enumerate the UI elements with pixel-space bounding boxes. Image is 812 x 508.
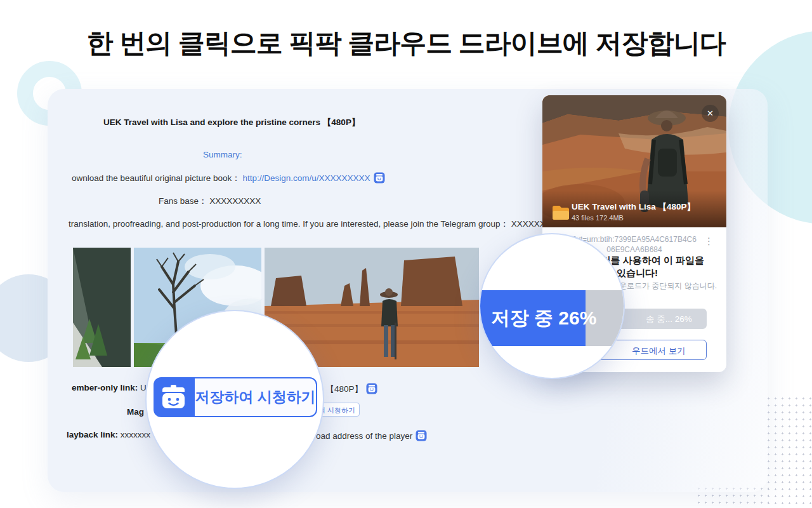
playback-tail: oad address of the player: [316, 430, 427, 443]
article-title: UEK Travel with Lisa and explore the pri…: [103, 117, 360, 128]
playback-line: layback link: xxxxxxx: [67, 430, 150, 439]
close-icon[interactable]: ✕: [702, 105, 719, 122]
magnifier-progress: 저장 중 26%: [479, 233, 625, 379]
pikpak-save-icon[interactable]: [374, 172, 385, 185]
magnet-label: Mag: [127, 407, 144, 417]
member-link-label: ember-only link:: [72, 383, 138, 392]
download-link[interactable]: http://Design.com/u/XXXXXXXXX: [242, 173, 370, 183]
fans-line: Fans base： XXXXXXXXX: [159, 196, 261, 207]
notice-subtext: 다운로드가 중단되지 않습니다.: [612, 281, 717, 291]
pikpak-save-icon[interactable]: [416, 430, 427, 443]
pikpak-robot-icon[interactable]: [154, 377, 193, 417]
playback-label: layback link:: [67, 430, 118, 439]
folder-icon: [551, 203, 570, 224]
member-link-line: ember-only link: U: [72, 383, 147, 392]
pikpak-save-icon[interactable]: [366, 383, 377, 396]
more-menu-icon[interactable]: ⋮: [704, 236, 714, 247]
telegram-line: translation, proofreading, and post-prod…: [69, 218, 557, 230]
download-text: ownload the beautiful original picture b…: [72, 173, 240, 183]
transfer-progress-label: 송 중... 26%: [646, 314, 692, 325]
view-in-cloud-label: 우드에서 보기: [632, 345, 686, 357]
page: 한 번의 클릭으로 픽팍 클라우드 드라이브에 저장합니다 UEK Travel…: [0, 0, 812, 508]
page-title: 한 번의 클릭으로 픽팍 클라우드 드라이브에 저장합니다: [0, 25, 812, 61]
download-line: ownload the beautiful original picture b…: [72, 172, 385, 185]
member-link-tail: s 【480P】: [319, 383, 377, 396]
decorative-dots-right: [765, 395, 812, 508]
progress-bar: 저장 중 26%: [480, 290, 624, 346]
torrent-meta: 43 files 172.4MB: [572, 214, 624, 222]
summary-label: Summary:: [203, 150, 242, 159]
torrent-title: UEK Travel with Lisa 【480P】: [572, 201, 695, 213]
playback-value: xxxxxxx: [121, 430, 150, 439]
notice-line2: 있습니다!: [617, 267, 658, 279]
save-watch-button[interactable]: 저장하여 시청하기: [193, 377, 317, 417]
magnifier-save-button: 저장하여 시청하기: [145, 310, 324, 489]
notice-line1: 버를 사용하여 이 파일을: [601, 255, 704, 267]
progress-bar-label: 저장 중 26%: [480, 290, 607, 346]
gallery-image-mountain: [73, 248, 131, 367]
